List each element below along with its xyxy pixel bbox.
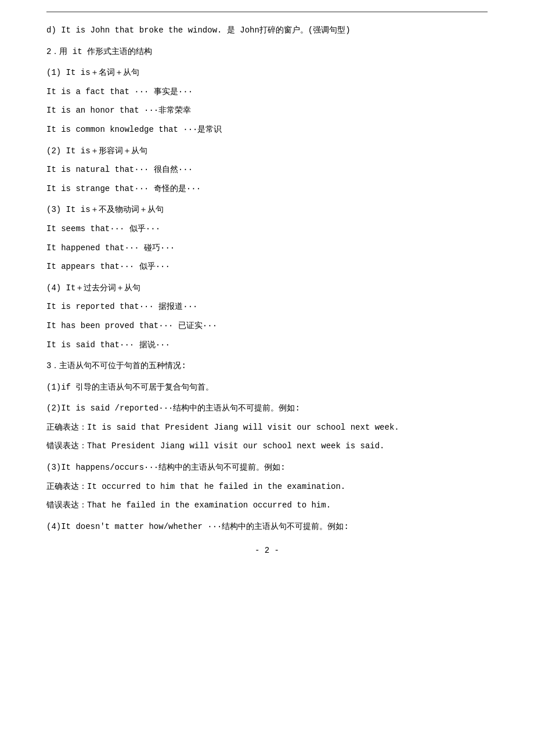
sub3-ex3: It appears that··· 似乎··· [46,259,488,275]
sub4-ex2: It has been proved that··· 已证实··· [46,318,488,334]
rule3-wrong-label: 错误表达： [46,501,87,510]
rule3-correct: 正确表达：It occurred to him that he failed i… [46,479,488,495]
sub1-ex3: It is common knowledge that ···是常识 [46,122,488,138]
sub4-heading: (4) It＋过去分词＋从句 [46,280,488,296]
section3-block: 3．主语从句不可位于句首的五种情况: [46,358,488,374]
sub1-ex1: It is a fact that ··· 事实是··· [46,84,488,100]
d-example-block: d) It is John that broke the window. 是 J… [46,23,488,38]
rule2-wrong-text: That President Jiang will visit our scho… [87,441,384,451]
sub1-ex2: It is an honor that ···非常荣幸 [46,103,488,118]
sub2-ex2: It is strange that··· 奇怪的是··· [46,181,488,197]
rule3-wrong-text: That he failed in the examination occurr… [87,501,331,510]
sub4-ex1: It is reported that··· 据报道··· [46,299,488,315]
sub3-block: (3) It is＋不及物动词＋从句 It seems that··· 似乎··… [46,202,488,274]
sub2-heading: (2) It is＋形容词＋从句 [46,143,488,159]
rule2-correct-label: 正确表达： [46,423,87,432]
rule3: (3)It happens/occurs···结构中的主语从句不可提前。例如: [46,460,488,476]
sub2-ex1: It is natural that··· 很自然··· [46,162,488,178]
sub3-ex1: It seems that··· 似乎··· [46,221,488,237]
rule3-correct-label: 正确表达： [46,482,87,491]
section2-block: 2．用 it 作形式主语的结构 [46,44,488,60]
section3-heading: 3．主语从句不可位于句首的五种情况: [46,358,488,374]
rule3-wrong: 错误表达：That he failed in the examination o… [46,498,488,513]
page: d) It is John that broke the window. 是 J… [0,0,534,756]
rule2: (2)It is said /reported···结构中的主语从句不可提前。例… [46,401,488,416]
rule2-correct: 正确表达：It is said that President Jiang wil… [46,420,488,435]
sub4-ex3: It is said that··· 据说··· [46,337,488,353]
sub3-ex2: It happened that··· 碰巧··· [46,240,488,256]
sub1-heading: (1) It is＋名词＋从句 [46,65,488,81]
sub4-block: (4) It＋过去分词＋从句 It is reported that··· 据报… [46,280,488,352]
sub3-heading: (3) It is＋不及物动词＋从句 [46,202,488,218]
rule4: (4)It doesn't matter how/whether ···结构中的… [46,519,488,535]
rule3-block: (3)It happens/occurs···结构中的主语从句不可提前。例如: … [46,460,488,513]
rule3-correct-text: It occurred to him that he failed in the… [87,482,345,491]
section2-heading: 2．用 it 作形式主语的结构 [46,44,488,60]
rule1-block: (1)if 引导的主语从句不可居于复合句句首。 [46,380,488,395]
rule2-wrong-label: 错误表达： [46,441,87,451]
rule4-block: (4)It doesn't matter how/whether ···结构中的… [46,519,488,535]
rule2-wrong: 错误表达：That President Jiang will visit our… [46,438,488,454]
rule2-block: (2)It is said /reported···结构中的主语从句不可提前。例… [46,401,488,454]
top-divider [46,12,488,12]
sub1-block: (1) It is＋名词＋从句 It is a fact that ··· 事实… [46,65,488,137]
rule2-correct-text: It is said that President Jiang will vis… [87,423,399,432]
page-number: - 2 - [46,546,488,555]
d-example: d) It is John that broke the window. 是 J… [46,23,488,38]
sub2-block: (2) It is＋形容词＋从句 It is natural that··· 很… [46,143,488,197]
rule1: (1)if 引导的主语从句不可居于复合句句首。 [46,380,488,395]
